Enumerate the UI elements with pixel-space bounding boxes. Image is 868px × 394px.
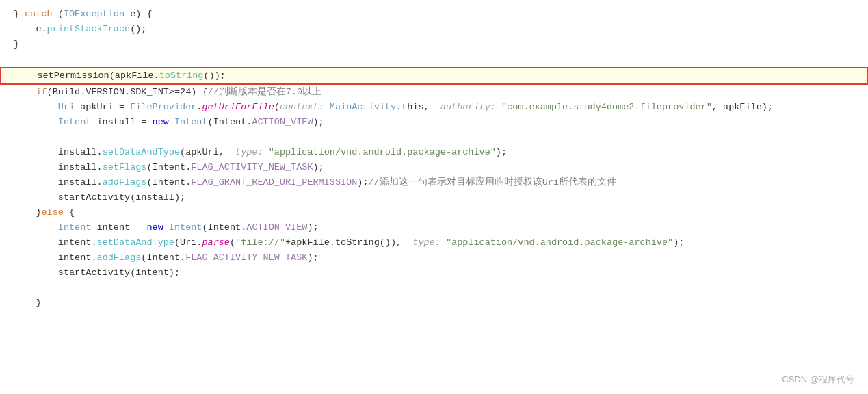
token-plain: { — [64, 205, 75, 220]
code-line: Uri apkUri = FileProvider.getUriForFile(… — [0, 100, 868, 115]
token-plain: .this, — [396, 100, 440, 115]
token-plain: ); — [307, 220, 318, 235]
token-plain — [14, 85, 36, 100]
token-kw: if — [36, 85, 47, 100]
token-plain: ( — [274, 100, 280, 115]
token-plain: apkUri = — [75, 100, 130, 115]
token-red-method-italic: parse — [202, 235, 230, 250]
code-line: startActivity(install); — [0, 190, 868, 205]
token-method2: setDataAndType — [103, 145, 180, 160]
token-type: MainActivity — [330, 100, 396, 115]
token-plain: ()); — [203, 68, 225, 83]
token-plain: ); — [357, 175, 368, 190]
code-line: }else { — [0, 205, 868, 220]
token-plain: (Uri. — [174, 235, 202, 250]
token-plain: startActivity(intent); — [14, 265, 180, 280]
token-method2: setFlags — [103, 160, 147, 175]
token-plain: } — [14, 37, 19, 52]
token-str: "application/vnd.android.package-archive… — [269, 145, 496, 160]
token-plain: (); — [130, 22, 146, 37]
token-var: FLAG_ACTIVITY_NEW_TASK — [185, 250, 307, 265]
code-line: if(Build.VERSION.SDK_INT>=24) {//判断版本是否在… — [0, 85, 868, 100]
code-line: install.setDataAndType(apkUri, type: "ap… — [0, 145, 868, 160]
token-plain: intent. — [14, 250, 97, 265]
token-type: Intent — [58, 220, 92, 235]
token-plain — [324, 100, 330, 115]
token-plain: (Intent. — [141, 250, 185, 265]
token-var: FLAG_GRANT_READ_URI_PERMISSION — [191, 175, 357, 190]
token-plain: install. — [14, 145, 103, 160]
token-plain: ); — [496, 145, 507, 160]
token-param-label: type: — [235, 145, 263, 160]
token-method2: toString — [159, 68, 204, 83]
token-param-label: type: — [412, 235, 440, 250]
token-plain: e) { — [124, 7, 153, 22]
token-plain: intent. — [14, 235, 97, 250]
token-plain — [169, 115, 174, 130]
token-plain — [14, 220, 58, 235]
token-plain: . — [196, 100, 202, 115]
token-plain: install. — [14, 175, 103, 190]
token-kw2: new — [153, 115, 169, 130]
token-method2: printStackTrace — [47, 22, 131, 37]
token-plain: (Intent. — [146, 160, 191, 175]
token-str: "com.example.study4dome2.fileprovider" — [501, 100, 712, 115]
token-plain: ( — [230, 235, 235, 250]
token-plain: ( — [53, 7, 64, 22]
token-plain: install = — [91, 115, 152, 130]
code-line: Intent intent = new Intent(Intent.ACTION… — [0, 220, 868, 235]
token-method2: addFlags — [97, 250, 142, 265]
code-line: e.printStackTrace(); — [0, 22, 868, 37]
token-plain — [263, 145, 269, 160]
token-plain — [163, 220, 169, 235]
token-kw2: new — [146, 220, 163, 235]
token-plain: install. — [14, 160, 103, 175]
code-line: setPermission(apkFile.toString()); — [0, 67, 868, 85]
token-plain: (Intent. — [146, 175, 191, 190]
code-line: } — [0, 296, 868, 311]
token-plain: startActivity(install); — [14, 190, 185, 205]
token-plain: (apkUri, — [180, 145, 235, 160]
token-comment-cn: //判断版本是否在7.0以上 — [208, 85, 322, 100]
code-line — [0, 280, 868, 296]
token-plain: (Intent. — [202, 220, 246, 235]
code-line: intent.addFlags(Intent.FLAG_ACTIVITY_NEW… — [0, 250, 868, 265]
token-var: ACTION_VIEW — [252, 115, 313, 130]
code-line: } catch (IOException e) { — [0, 7, 868, 22]
code-content: } catch (IOException e) { e.printStackTr… — [0, 7, 868, 311]
token-plain: } — [14, 296, 42, 311]
watermark: CSDN @程序代号 — [782, 373, 854, 386]
token-plain: setPermission(apkFile. — [15, 68, 159, 83]
code-editor: } catch (IOException e) { e.printStackTr… — [0, 0, 868, 394]
token-kw: else — [42, 205, 64, 220]
token-plain: ); — [313, 115, 324, 130]
code-line: startActivity(intent); — [0, 265, 868, 280]
token-plain: (Intent. — [208, 115, 252, 130]
token-plain: +apkFile.toString()), — [285, 235, 412, 250]
token-red-method-italic: getUriForFile — [202, 100, 274, 115]
token-type: Intent — [58, 115, 92, 130]
token-plain — [440, 235, 446, 250]
code-line: Intent install = new Intent(Intent.ACTIO… — [0, 115, 868, 130]
token-method2: setDataAndType — [97, 235, 174, 250]
token-type: IOException — [64, 7, 124, 22]
token-str: "application/vnd.android.package-archive… — [446, 235, 673, 250]
token-plain: intent = — [91, 220, 146, 235]
token-var: ACTION_VIEW — [246, 220, 307, 235]
code-line: install.addFlags(Intent.FLAG_GRANT_READ_… — [0, 175, 868, 190]
token-param-label: authority: — [440, 100, 496, 115]
token-plain — [496, 100, 501, 115]
code-line — [0, 130, 868, 145]
token-plain: (Build.VERSION.SDK_INT>=24) { — [47, 85, 208, 100]
code-line — [0, 52, 868, 67]
token-type: Intent — [169, 220, 202, 235]
token-plain: ); — [307, 250, 318, 265]
token-plain: ); — [673, 235, 684, 250]
token-kw: catch — [25, 7, 53, 22]
token-type: Uri — [58, 100, 75, 115]
token-plain: e. — [14, 22, 47, 37]
token-plain: ); — [313, 160, 324, 175]
token-plain — [14, 115, 58, 130]
token-type: Intent — [174, 115, 208, 130]
code-line: } — [0, 37, 868, 52]
